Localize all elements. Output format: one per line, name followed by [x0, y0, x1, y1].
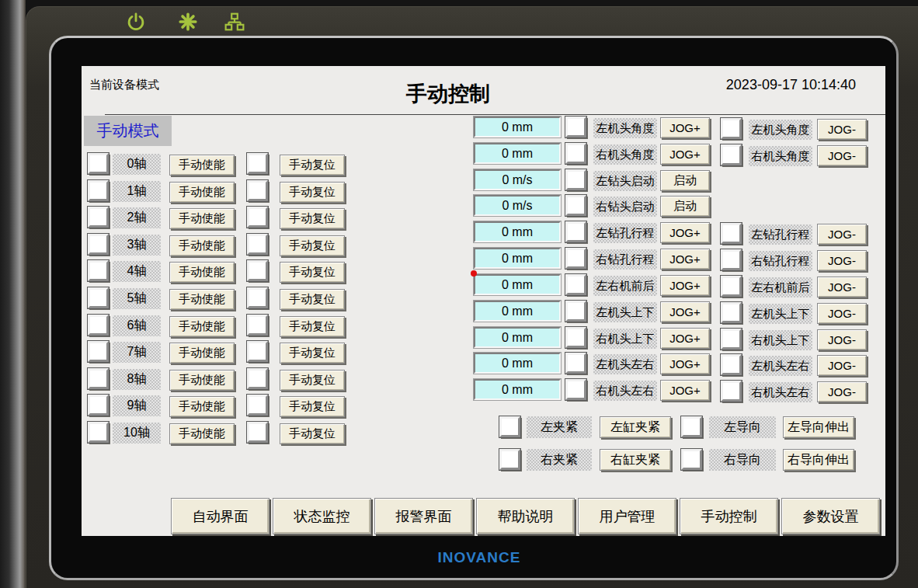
start-button[interactable]: 启动: [660, 170, 710, 191]
jog-minus-button[interactable]: JOG-: [817, 224, 867, 245]
device-mode-label: 当前设备模式: [89, 78, 159, 92]
axis-function-label: 左机头角度: [593, 118, 657, 138]
jog-minus-button[interactable]: JOG-: [817, 145, 867, 166]
jog-select-checkbox[interactable]: [721, 249, 742, 270]
jog-select-checkbox[interactable]: [565, 143, 586, 164]
jog-row: 0 m/s 右钻头启动 启动: [82, 195, 885, 218]
axis-function-label: 右钻孔行程: [749, 251, 812, 271]
jog-plus-button[interactable]: JOG+: [660, 117, 710, 138]
hmi-screen: 当前设备模式 手动控制 2023-09-17 10:14:40 手动模式 0轴 …: [82, 66, 885, 536]
header-divider: [105, 114, 885, 115]
guide-extend-button[interactable]: 右导向伸出: [783, 449, 854, 471]
jog-plus-button[interactable]: JOG+: [660, 275, 710, 296]
clock: 2023-09-17 10:14:40: [726, 77, 856, 93]
nav-user-management-button[interactable]: 用户管理: [578, 498, 676, 534]
jog-minus-button[interactable]: JOG-: [817, 381, 867, 402]
jog-row: 0 mm 右机头上下 JOG+ 右机头上下 JOG-: [82, 327, 885, 350]
cylinder-clamp-button[interactable]: 右缸夹紧: [600, 449, 671, 471]
jog-minus-button[interactable]: JOG-: [817, 329, 867, 350]
network-icon: [224, 12, 245, 32]
nav-manual-control-button[interactable]: 手动控制: [680, 498, 778, 534]
nav-help-button[interactable]: 帮助说明: [476, 498, 575, 534]
jog-select-checkbox[interactable]: [565, 327, 586, 348]
jog-select-checkbox[interactable]: [721, 329, 742, 350]
jog-minus-button[interactable]: JOG-: [817, 250, 867, 271]
cylinder-clamp-button[interactable]: 左缸夹紧: [600, 416, 671, 438]
position-value-field[interactable]: 0 mm: [474, 221, 561, 242]
clamp-indicator-label: 左夹紧: [527, 416, 592, 438]
nav-parameter-settings-button[interactable]: 参数设置: [781, 498, 880, 534]
guide-extend-button[interactable]: 左导向伸出: [783, 416, 854, 438]
jog-plus-button[interactable]: JOG+: [660, 222, 710, 243]
jog-select-checkbox[interactable]: [565, 221, 586, 242]
device-status-bar: [0, 8, 918, 39]
jog-select-checkbox[interactable]: [565, 379, 586, 400]
nav-alarm-screen-button[interactable]: 报警界面: [374, 498, 473, 534]
jog-plus-button[interactable]: JOG+: [660, 380, 710, 401]
jog-select-checkbox[interactable]: [565, 248, 586, 269]
speed-value-field[interactable]: 0 m/s: [474, 195, 561, 216]
jog-select-checkbox[interactable]: [721, 118, 742, 139]
axis-function-label: 左钻孔行程: [749, 224, 812, 245]
clamp-indicator-label: 右夹紧: [527, 449, 592, 471]
jog-select-checkbox[interactable]: [565, 169, 586, 190]
guide-checkbox[interactable]: [681, 449, 702, 470]
jog-select-checkbox[interactable]: [565, 117, 586, 137]
jog-plus-button[interactable]: JOG+: [660, 328, 710, 349]
jog-minus-button[interactable]: JOG-: [817, 355, 867, 376]
jog-row: 0 mm 右钻孔行程 JOG+ 右钻孔行程 JOG-: [82, 248, 885, 271]
page-title: 手动控制: [332, 80, 565, 108]
axis-function-label: 左钻头启动: [593, 171, 657, 191]
position-value-field[interactable]: 0 mm: [474, 248, 561, 269]
jog-minus-button[interactable]: JOG-: [817, 119, 867, 140]
jog-row: 0 mm 左机头上下 JOG+ 左机头上下 JOG-: [82, 301, 885, 324]
screen-nav-bar: 自动界面 状态监控 报警界面 帮助说明 用户管理 手动控制 参数设置: [171, 498, 880, 534]
axis-function-label: 左机头上下: [593, 302, 657, 322]
position-value-field[interactable]: 0 mm: [474, 353, 561, 374]
jog-select-checkbox[interactable]: [565, 301, 586, 322]
jog-select-checkbox[interactable]: [565, 274, 586, 295]
inovance-logo: INOVANCE: [402, 549, 557, 566]
position-value-field[interactable]: 0 mm: [474, 301, 561, 322]
guide-indicator-label: 右导向: [709, 449, 776, 471]
nav-status-monitor-button[interactable]: 状态监控: [273, 498, 371, 534]
position-value-field[interactable]: 0 mm: [474, 327, 561, 348]
clamp-row: 右夹紧 右缸夹紧 右导向 右导向伸出: [82, 449, 885, 472]
axis-function-label: 左机头左右: [593, 354, 657, 374]
axis-function-label: 右钻孔行程: [593, 249, 657, 270]
jog-select-checkbox[interactable]: [721, 354, 742, 375]
jog-plus-button[interactable]: JOG+: [660, 301, 710, 322]
position-value-field[interactable]: 0 mm: [474, 117, 561, 137]
axis-function-label: 右机头左右: [749, 382, 812, 402]
jog-select-checkbox[interactable]: [721, 276, 742, 297]
nav-auto-screen-button[interactable]: 自动界面: [171, 498, 269, 534]
axis-function-label: 右机头上下: [593, 329, 657, 349]
jog-select-checkbox[interactable]: [721, 144, 742, 165]
axis-function-label: 右机头左右: [593, 381, 657, 401]
axis-function-label: 左机头左右: [749, 356, 812, 376]
jog-select-checkbox[interactable]: [565, 353, 586, 374]
position-value-field[interactable]: 0 mm: [474, 379, 561, 400]
jog-plus-button[interactable]: JOG+: [660, 144, 710, 165]
start-button[interactable]: 启动: [660, 196, 710, 217]
jog-select-checkbox[interactable]: [721, 302, 742, 323]
clamp-checkbox[interactable]: [499, 416, 520, 437]
jog-select-checkbox[interactable]: [721, 223, 742, 244]
jog-plus-button[interactable]: JOG+: [660, 249, 710, 270]
jog-select-checkbox[interactable]: [721, 381, 742, 402]
speed-value-field[interactable]: 0 m/s: [474, 169, 561, 190]
axis-function-label: 右机头上下: [749, 330, 812, 350]
jog-row: 0 mm 右机头角度 JOG+ 右机头角度 JOG-: [82, 143, 885, 166]
jog-minus-button[interactable]: JOG-: [817, 303, 867, 324]
position-value-field[interactable]: 0 mm: [474, 274, 561, 295]
guide-checkbox[interactable]: [681, 416, 702, 437]
jog-minus-button[interactable]: JOG-: [817, 277, 867, 297]
asterisk-icon: [178, 12, 198, 32]
jog-row: 0 m/s 左钻头启动 启动: [82, 169, 885, 193]
position-value-field[interactable]: 0 mm: [474, 143, 561, 164]
clamp-checkbox[interactable]: [499, 449, 520, 470]
jog-row: 0 mm 左右机前后 JOG+ 左右机前后 JOG-: [82, 274, 885, 297]
axis-function-label: 左钻孔行程: [593, 223, 657, 243]
jog-plus-button[interactable]: JOG+: [660, 353, 710, 374]
jog-select-checkbox[interactable]: [565, 195, 586, 216]
